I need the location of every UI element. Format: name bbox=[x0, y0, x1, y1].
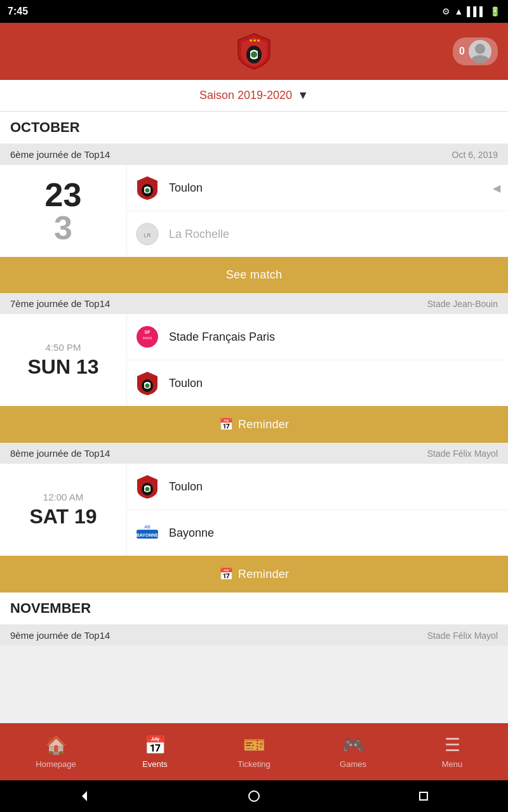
time-label-7: 4:50 PM bbox=[46, 342, 81, 353]
calendar-icon-7: 📅 bbox=[219, 417, 233, 431]
match-day-9: 9ème journée de Top14 Stade Félix Mayol bbox=[0, 625, 508, 646]
season-selector[interactable]: Saison 2019-2020 ▼ bbox=[0, 80, 508, 112]
nav-games[interactable]: 🎮 Games bbox=[328, 735, 378, 769]
team-row-sfp-7: SF PARIS Stade Français Paris bbox=[127, 314, 508, 360]
ticketing-label: Ticketing bbox=[237, 759, 271, 769]
system-nav-bar bbox=[0, 780, 508, 812]
settings-icon: ⚙ bbox=[442, 6, 450, 16]
bottom-navigation: 🏠 Homepage 📅 Events 🎫 Ticketing 🎮 Games … bbox=[0, 723, 508, 780]
team-name-toulon-6: Toulon bbox=[169, 181, 203, 195]
events-label: Events bbox=[142, 759, 168, 769]
score-col-8: 12:00 AM SAT 19 bbox=[0, 464, 127, 556]
user-badge[interactable]: 0 bbox=[453, 37, 498, 65]
team-name-sfp-7: Stade Français Paris bbox=[169, 331, 275, 344]
reminder-button-7[interactable]: 📅 Reminder bbox=[0, 406, 508, 443]
svg-point-4 bbox=[471, 55, 489, 63]
team-name-bayonne-8: Bayonne bbox=[169, 527, 214, 540]
nav-homepage[interactable]: 🏠 Homepage bbox=[30, 735, 81, 769]
match-day-8-label: 8ème journée de Top14 bbox=[10, 448, 110, 459]
month-november: NOVEMBER bbox=[0, 593, 508, 625]
signal-icon: ▌▌▌ bbox=[467, 6, 486, 16]
team-logo-toulon-8 bbox=[135, 474, 160, 499]
homepage-label: Homepage bbox=[36, 759, 76, 769]
match-teams-8: 12:00 AM SAT 19 Toulon bbox=[0, 464, 508, 556]
month-october: OCTOBER bbox=[0, 112, 508, 144]
match-teams-6: 23 3 Toulon ◀ bbox=[0, 165, 508, 257]
svg-text:PARIS: PARIS bbox=[143, 336, 152, 340]
svg-text:SF: SF bbox=[145, 330, 151, 334]
svg-text:LR: LR bbox=[144, 232, 151, 239]
score-away-6: 3 bbox=[54, 211, 72, 244]
team-row-toulon-6: Toulon ◀ bbox=[127, 165, 508, 211]
user-count: 0 bbox=[459, 46, 465, 57]
nav-ticketing[interactable]: 🎫 Ticketing bbox=[229, 735, 279, 769]
match-arrow-6: ◀ bbox=[493, 182, 500, 194]
svg-text:BAYONNE: BAYONNE bbox=[137, 533, 159, 537]
chevron-down-icon: ▼ bbox=[297, 89, 309, 102]
events-icon: 📅 bbox=[144, 735, 166, 756]
avatar bbox=[469, 40, 491, 63]
team-logo-larochelle-6: LR bbox=[135, 221, 160, 247]
svg-point-15 bbox=[145, 487, 150, 492]
menu-label: Menu bbox=[442, 759, 463, 769]
nav-events[interactable]: 📅 Events bbox=[130, 735, 180, 769]
team-logo-toulon-6 bbox=[135, 175, 160, 200]
team-logo-bayonne-8: BAYONNE AB bbox=[135, 520, 160, 546]
match-day-7-label: 7ème journée de Top14 bbox=[10, 298, 110, 309]
teams-col-7: SF PARIS Stade Français Paris Toulon bbox=[127, 314, 508, 406]
nav-menu[interactable]: ☰ Menu bbox=[427, 735, 478, 769]
status-bar: 7:45 ⚙ ▲ ▌▌▌ 🔋 bbox=[0, 0, 508, 23]
match-day-8: 8ème journée de Top14 Stade Félix Mayol bbox=[0, 443, 508, 464]
homepage-icon: 🏠 bbox=[45, 735, 67, 756]
main-content: OCTOBER 6ème journée de Top14 Oct 6, 201… bbox=[0, 112, 508, 723]
match-day-9-meta: Stade Félix Mayol bbox=[427, 631, 498, 641]
match-day-7-meta: Stade Jean-Bouin bbox=[427, 299, 498, 309]
svg-point-13 bbox=[145, 384, 150, 388]
svg-text:★★★: ★★★ bbox=[249, 38, 260, 43]
see-match-button-6[interactable]: See match bbox=[0, 257, 508, 293]
recents-button[interactable] bbox=[416, 789, 431, 804]
score-col-6: 23 3 bbox=[0, 165, 127, 257]
svg-point-2 bbox=[251, 51, 257, 58]
match-day-6: 6ème journée de Top14 Oct 6, 2019 bbox=[0, 144, 508, 165]
reminder-button-8[interactable]: 📅 Reminder bbox=[0, 556, 508, 593]
home-button[interactable] bbox=[246, 789, 262, 804]
teams-col-8: Toulon BAYONNE AB Bayonne bbox=[127, 464, 508, 556]
date-label-7: SUN 13 bbox=[27, 355, 98, 379]
match-card-8: 12:00 AM SAT 19 Toulon bbox=[0, 464, 508, 593]
reminder-label-7: Reminder bbox=[238, 418, 289, 431]
team-row-bayonne-8: BAYONNE AB Bayonne bbox=[127, 510, 508, 556]
match-teams-7: 4:50 PM SUN 13 SF PARIS Stade Français P… bbox=[0, 314, 508, 406]
team-row-larochelle-6: LR La Rochelle bbox=[127, 211, 508, 257]
score-home-6: 23 bbox=[45, 178, 82, 211]
calendar-icon-8: 📅 bbox=[219, 567, 233, 581]
battery-icon: 🔋 bbox=[490, 6, 500, 16]
match-card-6: 23 3 Toulon ◀ bbox=[0, 165, 508, 293]
reminder-label-8: Reminder bbox=[238, 568, 289, 581]
status-icons: ⚙ ▲ ▌▌▌ 🔋 bbox=[442, 6, 500, 16]
match-day-6-label: 6ème journée de Top14 bbox=[10, 149, 110, 160]
team-row-toulon-7: Toulon bbox=[127, 360, 508, 406]
svg-text:AB: AB bbox=[144, 525, 150, 529]
team-logo-toulon-7 bbox=[135, 370, 160, 396]
games-label: Games bbox=[340, 759, 366, 769]
svg-marker-19 bbox=[82, 791, 87, 801]
svg-point-20 bbox=[249, 791, 259, 801]
menu-icon: ☰ bbox=[444, 735, 460, 756]
team-name-toulon-7: Toulon bbox=[169, 377, 203, 390]
team-logo-sfp-7: SF PARIS bbox=[135, 324, 160, 350]
team-name-larochelle-6: La Rochelle bbox=[169, 228, 229, 241]
date-label-8: SAT 19 bbox=[29, 505, 97, 528]
app-header: ★★★ 0 bbox=[0, 23, 508, 80]
score-col-7: 4:50 PM SUN 13 bbox=[0, 314, 127, 406]
svg-point-6 bbox=[145, 188, 150, 193]
team-name-toulon-8: Toulon bbox=[169, 480, 203, 494]
team-row-toulon-8: Toulon bbox=[127, 464, 508, 510]
match-day-6-meta: Oct 6, 2019 bbox=[452, 150, 498, 160]
svg-rect-21 bbox=[420, 792, 427, 800]
club-logo: ★★★ bbox=[235, 32, 273, 70]
back-button[interactable] bbox=[77, 789, 92, 804]
match-day-7: 7ème journée de Top14 Stade Jean-Bouin bbox=[0, 293, 508, 314]
svg-point-3 bbox=[475, 44, 485, 54]
time-label-8: 12:00 AM bbox=[43, 492, 83, 502]
